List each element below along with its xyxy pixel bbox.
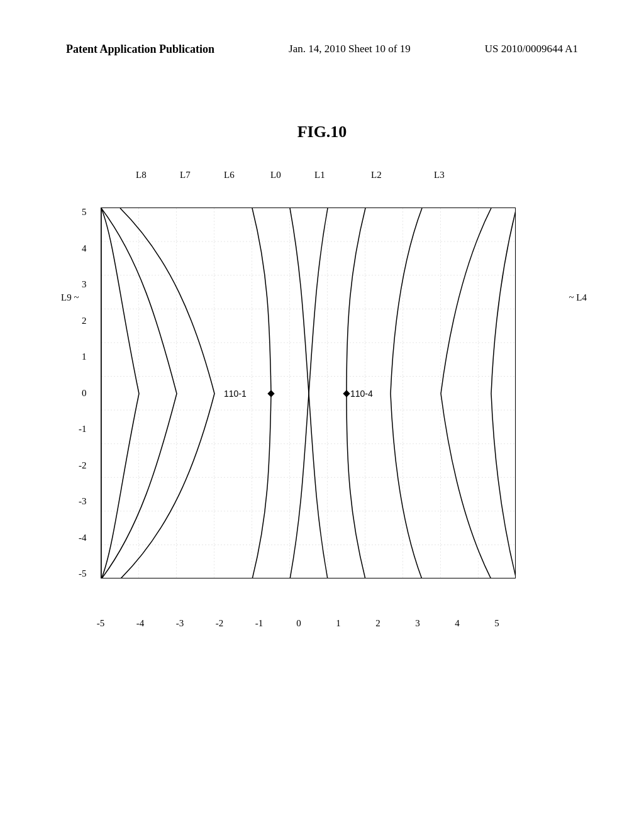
x-label-2: 2 [359,618,397,629]
y-label-n2: -2 [79,461,87,470]
x-label-4: 4 [438,618,476,629]
y-label-2: 2 [82,316,87,326]
x-label-0: 0 [280,618,318,629]
y-label-3: 3 [82,280,87,289]
x-label-n3: -3 [161,618,199,629]
y-label-1: 1 [82,352,87,362]
y-label-4: 4 [82,244,87,253]
y-label-n4: -4 [79,533,87,543]
label-L3: L3 [434,170,445,180]
x-label-n2: -2 [201,618,238,629]
y-label-n1: -1 [79,424,87,434]
x-label-n5: -5 [82,618,119,629]
chart-area: 110-1 110-4 [101,208,516,578]
label-L6: L6 [224,170,235,180]
y-axis-labels: 5 4 3 2 1 0 -1 -2 -3 -4 -5 [79,208,87,578]
svg-text:110-1: 110-1 [224,389,247,399]
chart-container: L8 L7 L6 L0 L1 L2 L3 5 4 3 2 1 0 -1 -2 -… [66,170,557,610]
y-label-0: 0 [82,389,87,398]
x-label-n1: -1 [240,618,278,629]
label-L2: L2 [371,170,382,180]
label-L0: L0 [270,170,281,180]
x-label-n4: -4 [121,618,159,629]
label-L1: L1 [314,170,325,180]
label-L8: L8 [136,170,147,180]
y-label-5: 5 [82,208,87,217]
figure-title: FIG.10 [0,123,644,141]
y-label-n3: -3 [79,497,87,506]
x-label-1: 1 [319,618,357,629]
x-label-3: 3 [399,618,436,629]
y-label-n5: -5 [79,569,87,578]
top-labels-area: L8 L7 L6 L0 L1 L2 L3 [101,170,516,208]
publication-label: Patent Application Publication [66,43,214,56]
patent-number-label: US 2010/0009644 A1 [485,43,578,56]
label-L4: ~ L4 [569,292,587,303]
x-label-5: 5 [478,618,516,629]
date-sheet-label: Jan. 14, 2010 Sheet 10 of 19 [289,43,411,56]
x-axis-labels: -5 -4 -3 -2 -1 0 1 2 3 4 5 [101,618,516,629]
page-header: Patent Application Publication Jan. 14, … [0,43,644,56]
label-L9: L9 ~ [61,292,79,303]
svg-text:110-4: 110-4 [350,389,373,399]
label-L7: L7 [180,170,191,180]
